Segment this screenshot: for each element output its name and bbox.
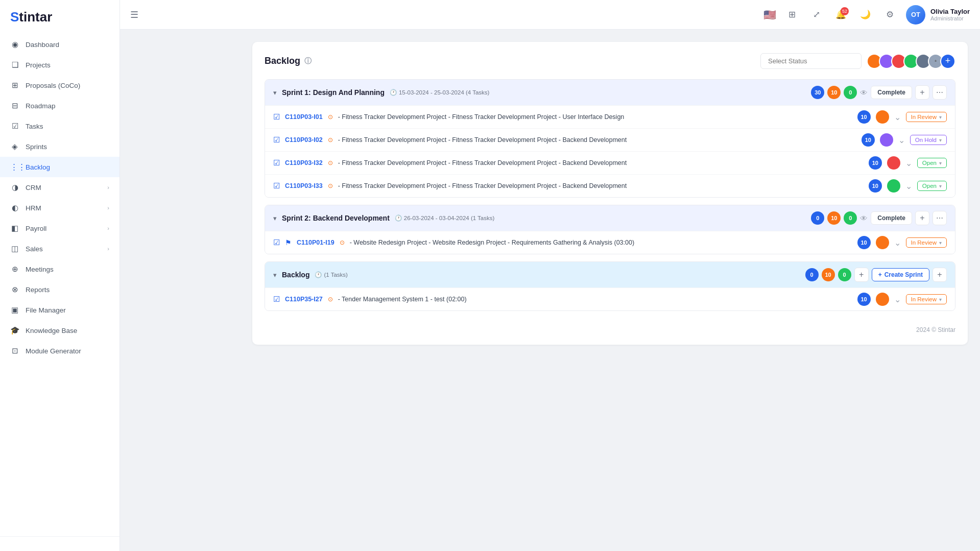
sprint-dates: 🕐 15-03-2024 - 25-03-2024 (4 Tasks) <box>390 89 490 96</box>
task-id[interactable]: C110P35-I27 <box>285 296 323 303</box>
payroll-icon: ◧ <box>10 224 19 233</box>
task-checkbox[interactable]: ☑ <box>273 238 280 247</box>
menu-icon[interactable]: ☰ <box>130 9 138 20</box>
sidebar-item-sprints[interactable]: ◈ Sprints <box>0 136 119 157</box>
task-status-label: In Review <box>911 296 937 302</box>
sprint-title: Sprint 2: Backend Development <box>282 214 390 222</box>
sidebar-item-crm[interactable]: ◑ CRM › <box>0 177 119 198</box>
sidebar-item-hrm[interactable]: ◐ HRM › <box>0 198 119 218</box>
add-member-button[interactable]: + <box>940 54 955 69</box>
create-sprint-icon: + <box>878 271 882 278</box>
backlog-section-count: 🕐 (1 Tasks) <box>315 271 347 278</box>
file-manager-icon: ▣ <box>10 305 19 315</box>
sidebar-item-backlog[interactable]: ⋮⋮ Backlog <box>0 157 119 177</box>
backlog-extra-add-button[interactable]: + <box>933 268 947 282</box>
sidebar-item-tasks[interactable]: ☑ Tasks <box>0 116 119 136</box>
task-status-badge[interactable]: On Hold ▾ <box>910 135 947 145</box>
task-assignee-avatar <box>876 110 889 124</box>
badge-total: 0 <box>811 211 824 225</box>
sidebar-item-label: Proposals (CoCo) <box>26 82 80 89</box>
task-status-badge[interactable]: In Review ▾ <box>906 112 947 122</box>
logo: Stintar <box>0 0 119 34</box>
proposals-icon: ⊞ <box>10 81 19 90</box>
sprint-add-button[interactable]: + <box>915 85 929 100</box>
task-id[interactable]: C110P03-I33 <box>285 182 323 189</box>
status-chevron-icon: ▾ <box>939 137 942 143</box>
eye-icon[interactable]: 👁 <box>860 88 868 97</box>
sprint-block-1: ▾ Sprint 1: Design And Planning 🕐 15-03-… <box>265 79 955 198</box>
sidebar-item-label: Sales <box>26 245 43 253</box>
task-expand-icon[interactable]: ⌄ <box>894 112 901 122</box>
fullscreen-icon[interactable]: ⤢ <box>808 6 825 23</box>
sidebar-item-sales[interactable]: ◫ Sales › <box>0 238 119 259</box>
task-id[interactable]: C110P03-I32 <box>285 159 323 166</box>
task-expand-icon[interactable]: ⌄ <box>905 181 912 191</box>
create-sprint-button[interactable]: + Create Sprint <box>872 268 929 281</box>
sprint-collapse-icon[interactable]: ▾ <box>273 214 277 222</box>
task-checkbox[interactable]: ☑ <box>273 295 280 304</box>
sidebar-item-payroll[interactable]: ◧ Payroll › <box>0 218 119 238</box>
status-chevron-icon: ▾ <box>939 114 942 120</box>
eye-icon[interactable]: 👁 <box>860 214 868 223</box>
task-expand-icon[interactable]: ⌄ <box>894 295 901 304</box>
task-expand-icon[interactable]: ⌄ <box>905 158 912 168</box>
sidebar-footer <box>0 536 119 551</box>
sidebar-item-projects[interactable]: ❑ Projects <box>0 55 119 75</box>
settings-icon[interactable]: ⚙ <box>881 6 899 23</box>
task-id[interactable]: C110P03-I01 <box>285 113 323 121</box>
task-status-label: Open <box>922 160 937 166</box>
task-status-badge[interactable]: In Review ▾ <box>906 237 947 248</box>
sidebar-item-knowledge-base[interactable]: 🎓 Knowledge Base <box>0 320 119 341</box>
task-status-badge[interactable]: Open ▾ <box>917 158 947 168</box>
hrm-icon: ◐ <box>10 203 19 212</box>
user-profile[interactable]: OT Olivia Taylor Administrator <box>906 5 970 25</box>
apps-icon[interactable]: ⊞ <box>783 6 801 23</box>
task-checkbox[interactable]: ☑ <box>273 158 280 167</box>
sprint-complete-button[interactable]: Complete <box>871 86 912 99</box>
expand-arrow-icon: › <box>107 225 109 231</box>
sidebar-item-module-generator[interactable]: ⊡ Module Generator <box>0 341 119 361</box>
notification-badge: 52 <box>841 7 849 15</box>
badge-pending: 10 <box>822 268 835 281</box>
flag-icon[interactable]: 🇺🇸 <box>763 9 776 21</box>
task-expand-icon[interactable]: ⌄ <box>898 135 905 145</box>
task-expand-icon[interactable]: ⌄ <box>894 238 901 248</box>
sidebar-item-proposals[interactable]: ⊞ Proposals (CoCo) <box>0 75 119 95</box>
sprint-collapse-icon[interactable]: ▾ <box>273 89 277 97</box>
task-id[interactable]: C110P03-I02 <box>285 136 323 143</box>
info-icon[interactable]: ⓘ <box>304 57 312 66</box>
backlog-add-button[interactable]: + <box>854 268 869 282</box>
task-checkbox[interactable]: ☑ <box>273 181 280 190</box>
task-status-label: In Review <box>911 239 937 246</box>
task-title: - Tender Management System 1 - test (02:… <box>338 296 852 303</box>
sprint-title: Sprint 1: Design And Planning <box>282 88 385 97</box>
backlog-section-collapse-icon[interactable]: ▾ <box>273 271 277 279</box>
sprint-more-button[interactable]: ⋯ <box>933 85 947 100</box>
task-row: ☑ C110P03-I01 ⊙ - Fitness Tracker Develo… <box>265 105 955 128</box>
sidebar: Stintar ◉ Dashboard ❑ Projects ⊞ Proposa… <box>0 0 120 551</box>
task-status-label: Open <box>922 183 937 189</box>
sidebar-item-dashboard[interactable]: ◉ Dashboard <box>0 34 119 55</box>
sidebar-item-file-manager[interactable]: ▣ File Manager <box>0 300 119 320</box>
clock-icon: 🕐 <box>390 89 397 96</box>
task-status-badge[interactable]: Open ▾ <box>917 181 947 191</box>
sprint-complete-button[interactable]: Complete <box>871 211 912 225</box>
theme-icon[interactable]: 🌙 <box>857 6 874 23</box>
sidebar-item-reports[interactable]: ⊗ Reports <box>0 279 119 300</box>
crm-icon: ◑ <box>10 183 19 192</box>
task-status-badge[interactable]: In Review ▾ <box>906 294 947 304</box>
sprint-more-button[interactable]: ⋯ <box>933 211 947 225</box>
task-checkbox[interactable]: ☑ <box>273 112 280 122</box>
knowledge-base-icon: 🎓 <box>10 326 19 335</box>
sidebar-item-label: Knowledge Base <box>26 327 77 334</box>
notification-icon[interactable]: 🔔 52 <box>832 6 850 23</box>
task-checkbox[interactable]: ☑ <box>273 135 280 145</box>
sprint-add-button[interactable]: + <box>915 211 929 225</box>
expand-arrow-icon: › <box>107 205 109 211</box>
task-row: ☑ C110P03-I33 ⊙ - Fitness Tracker Develo… <box>265 174 955 197</box>
sidebar-item-meetings[interactable]: ⊕ Meetings <box>0 259 119 279</box>
sidebar-item-roadmap[interactable]: ⊟ Roadmap <box>0 95 119 116</box>
meetings-icon: ⊕ <box>10 265 19 274</box>
status-select[interactable] <box>760 53 862 69</box>
task-id[interactable]: C110P01-I19 <box>297 239 334 246</box>
